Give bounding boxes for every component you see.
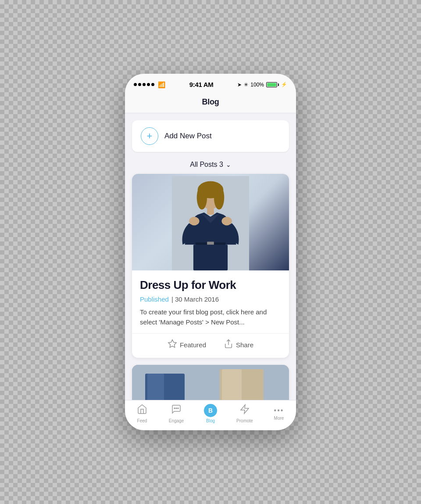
post-card-partial[interactable]: [132, 365, 289, 400]
battery-icon: [266, 82, 279, 87]
post-card[interactable]: Dress Up for Work Published | 30 March 2…: [132, 174, 289, 358]
add-new-post-button[interactable]: + Add New Post: [132, 120, 289, 152]
tab-blog-label: Blog: [206, 418, 215, 423]
star-icon: [168, 339, 177, 351]
svg-rect-17: [222, 369, 242, 400]
svg-rect-5: [207, 207, 214, 215]
signal-dot-2: [138, 83, 141, 86]
tab-blog[interactable]: B Blog: [197, 404, 224, 423]
featured-label: Featured: [180, 341, 206, 349]
page-title: Blog: [202, 97, 219, 106]
status-bar: 📶 9:41 AM ➤ ✳ 100% ⚡: [125, 74, 296, 93]
tab-promote-label: Promote: [236, 418, 253, 423]
add-post-section: + Add New Post: [125, 113, 296, 159]
tab-bar: Feed Engage B Blog: [125, 400, 296, 430]
svg-point-4: [214, 185, 224, 209]
post-image-partial: [132, 365, 289, 400]
svg-rect-14: [147, 374, 164, 400]
phone-frame: 📶 9:41 AM ➤ ✳ 100% ⚡ Blog +: [125, 74, 296, 430]
charging-icon: ⚡: [281, 82, 287, 87]
engage-icon: [171, 404, 182, 417]
filter-row[interactable]: All Posts 3 ⌄: [125, 159, 296, 174]
svg-point-21: [178, 408, 178, 409]
status-left: 📶: [134, 81, 165, 88]
svg-point-20: [176, 408, 177, 409]
wifi-icon: 📶: [158, 81, 165, 88]
plus-icon: +: [147, 130, 153, 142]
post-excerpt: To create your first blog post, click he…: [140, 307, 281, 327]
tab-more-label: More: [274, 416, 284, 421]
promote-icon: [239, 404, 250, 417]
post-status: Published: [140, 295, 169, 303]
tab-more[interactable]: ••• More: [266, 407, 292, 421]
status-time: 9:41 AM: [189, 81, 214, 88]
add-icon-circle: +: [141, 127, 158, 145]
share-icon: [224, 339, 233, 351]
post-meta: Published | 30 March 2016: [140, 295, 281, 303]
svg-rect-10: [193, 245, 228, 270]
share-button[interactable]: Share: [224, 339, 253, 351]
signal-dot-5: [151, 83, 154, 86]
featured-button[interactable]: Featured: [168, 339, 206, 351]
bluetooth-icon: ✳: [244, 82, 248, 88]
battery-fill: [267, 83, 276, 86]
share-label: Share: [236, 341, 253, 349]
feed-icon: [137, 404, 147, 417]
status-right: ➤ ✳ 100% ⚡: [237, 82, 287, 88]
svg-point-3: [197, 185, 207, 209]
post-body: Dress Up for Work Published | 30 March 2…: [132, 270, 289, 327]
chevron-down-icon: ⌄: [226, 161, 231, 168]
post-date: | 30 March 2016: [171, 295, 219, 303]
battery-percent: 100%: [250, 82, 264, 88]
tab-promote[interactable]: Promote: [232, 404, 258, 423]
tab-engage-label: Engage: [169, 418, 184, 423]
blog-icon: B: [204, 404, 217, 417]
post-image-illustration: [171, 176, 250, 270]
svg-point-7: [221, 217, 232, 226]
signal-dots: [134, 83, 154, 86]
svg-rect-18: [243, 369, 263, 400]
signal-dot-1: [134, 83, 137, 86]
tab-engage[interactable]: Engage: [163, 404, 189, 423]
signal-dot-3: [143, 83, 146, 86]
main-content: + Add New Post All Posts 3 ⌄: [125, 113, 296, 400]
post-image: [132, 174, 289, 270]
post-actions: Featured Share: [132, 333, 289, 358]
tab-feed[interactable]: Feed: [129, 404, 155, 423]
svg-point-19: [174, 408, 175, 409]
battery-tip: [278, 83, 279, 86]
post-title: Dress Up for Work: [140, 278, 281, 292]
filter-label: All Posts 3: [190, 161, 223, 169]
svg-point-6: [189, 217, 199, 226]
add-post-label: Add New Post: [164, 132, 212, 140]
signal-dot-4: [147, 83, 150, 86]
svg-rect-15: [165, 374, 182, 400]
more-icon: •••: [274, 407, 284, 414]
battery-body: [266, 82, 277, 87]
nav-header: Blog: [125, 93, 296, 113]
tab-feed-label: Feed: [137, 418, 147, 423]
location-icon: ➤: [237, 82, 242, 88]
